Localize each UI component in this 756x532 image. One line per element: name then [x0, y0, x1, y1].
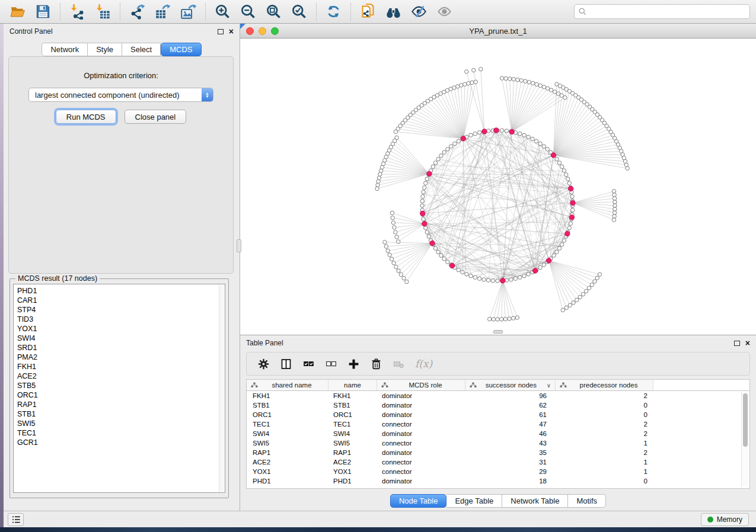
network-node[interactable] [538, 265, 542, 269]
mcds-result-item[interactable]: STB5 [17, 381, 225, 390]
network-node[interactable] [384, 245, 388, 248]
network-node[interactable] [449, 145, 452, 148]
network-node[interactable] [549, 88, 553, 92]
zoom-selected-button[interactable] [286, 2, 312, 22]
tab-mcds[interactable]: MCDS [161, 43, 201, 56]
run-mcds-button[interactable]: Run MCDS [56, 110, 116, 124]
network-node[interactable] [524, 79, 527, 83]
network-node[interactable] [500, 129, 503, 132]
network-node[interactable] [473, 275, 477, 279]
network-node[interactable] [439, 154, 443, 158]
column-header-predecessor-nodes[interactable]: predecessor nodes [556, 380, 653, 390]
network-node[interactable] [469, 274, 473, 278]
apply-layout-button[interactable] [321, 2, 346, 22]
import-network-button[interactable] [65, 2, 90, 22]
optimization-criterion-select[interactable]: largest connected component (undirected)… [28, 88, 213, 102]
tab-motifs[interactable]: Motifs [568, 494, 606, 508]
network-node[interactable] [457, 139, 460, 143]
save-session-button[interactable] [30, 2, 56, 22]
network-node[interactable] [555, 157, 559, 161]
close-table-panel-icon[interactable]: × [745, 340, 750, 346]
network-node[interactable] [512, 316, 515, 320]
table-settings-button[interactable] [257, 358, 270, 370]
network-node[interactable] [446, 260, 449, 264]
network-node[interactable] [460, 84, 463, 87]
network-node[interactable] [509, 278, 513, 281]
network-node[interactable] [425, 230, 429, 234]
network-node[interactable] [424, 226, 428, 230]
mcds-hub-node[interactable] [569, 215, 574, 220]
network-node[interactable] [456, 85, 460, 88]
network-node[interactable] [570, 194, 574, 198]
clone-network-button[interactable] [355, 2, 381, 22]
network-node[interactable] [561, 308, 564, 312]
network-node[interactable] [612, 218, 615, 222]
mcds-hub-node[interactable] [422, 222, 427, 226]
network-node[interactable] [598, 273, 601, 276]
mcds-hub-node[interactable] [570, 200, 575, 205]
table-row[interactable]: FKH1FKH1dominator962 [247, 391, 749, 400]
network-node[interactable] [479, 68, 483, 71]
zoom-fit-button[interactable] [261, 2, 286, 22]
mcds-hub-node[interactable] [430, 241, 435, 245]
network-node[interactable] [405, 280, 409, 283]
network-node[interactable] [613, 207, 617, 211]
network-node[interactable] [446, 148, 449, 151]
mcds-hub-node[interactable] [546, 258, 551, 263]
network-node[interactable] [508, 77, 512, 81]
table-row[interactable]: YOX1YOX1connector291 [247, 467, 749, 476]
network-node[interactable] [482, 278, 486, 281]
network-node[interactable] [584, 289, 588, 293]
network-node[interactable] [612, 190, 615, 193]
network-node[interactable] [377, 180, 380, 183]
network-node[interactable] [436, 250, 440, 254]
mcds-hub-node[interactable] [427, 171, 432, 176]
table-scrollbar[interactable] [741, 392, 748, 487]
show-columns-button[interactable] [280, 358, 292, 370]
table-row[interactable]: STB1STB1dominator620 [247, 400, 749, 410]
mcds-result-list[interactable]: PHD1CAR1STP4TID3YOX1SWI4SRD1PMA2FKH1ACE2… [13, 284, 225, 493]
network-node[interactable] [392, 261, 395, 265]
network-node[interactable] [378, 172, 382, 176]
network-node[interactable] [522, 133, 526, 137]
network-node[interactable] [376, 183, 379, 187]
mcds-result-item[interactable]: PHD1 [17, 286, 225, 296]
mcds-hub-node[interactable] [532, 268, 537, 273]
tab-select[interactable]: Select [122, 43, 161, 56]
network-node[interactable] [465, 70, 468, 73]
table-row[interactable]: ACE2ACE2connector311 [247, 457, 749, 467]
network-window-titlebar[interactable]: YPA_prune.txt_1 [240, 24, 756, 39]
network-node[interactable] [487, 317, 491, 321]
close-panel-button[interactable]: Close panel [125, 110, 187, 124]
network-node[interactable] [395, 136, 398, 139]
table-row[interactable]: ORC1ORC1dominator610 [247, 410, 749, 419]
mcds-hub-node[interactable] [509, 129, 514, 134]
network-node[interactable] [590, 283, 594, 286]
network-node[interactable] [613, 193, 616, 197]
mcds-list-scrollbar[interactable] [219, 285, 224, 492]
network-node[interactable] [567, 226, 571, 230]
network-node[interactable] [393, 226, 396, 229]
network-node[interactable] [531, 81, 534, 85]
network-node[interactable] [613, 200, 617, 204]
network-node[interactable] [433, 246, 437, 250]
mcds-result-item[interactable]: PMA2 [17, 352, 225, 362]
network-node[interactable] [433, 161, 437, 165]
close-window-icon[interactable] [246, 27, 254, 35]
graphics-details-button[interactable] [406, 2, 432, 22]
network-node[interactable] [467, 82, 470, 85]
deselect-all-button[interactable] [325, 358, 337, 370]
mcds-hub-node[interactable] [461, 136, 465, 141]
network-node[interactable] [431, 165, 435, 168]
network-node[interactable] [442, 257, 446, 261]
network-node[interactable] [465, 273, 468, 276]
tab-node-table[interactable]: Node Table [390, 494, 447, 508]
network-node[interactable] [425, 177, 429, 181]
network-node[interactable] [571, 208, 575, 211]
mcds-result-item[interactable]: STB1 [17, 409, 225, 419]
network-node[interactable] [542, 263, 546, 267]
table-row[interactable]: RAP1RAP1dominator352 [247, 448, 749, 457]
network-node[interactable] [477, 277, 481, 280]
first-neighbors-button[interactable] [381, 2, 406, 22]
mcds-result-item[interactable]: SWI4 [17, 334, 225, 343]
